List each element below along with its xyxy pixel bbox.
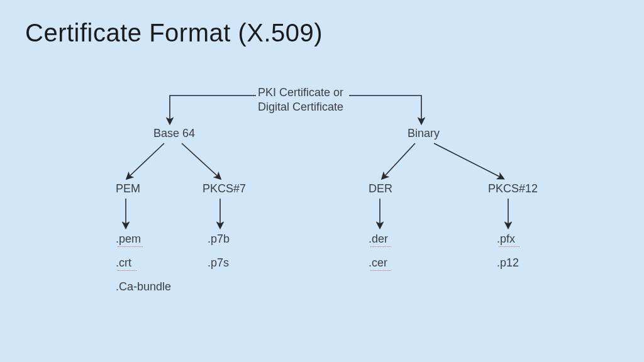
node-root: PKI Certificate or Digital Certificate [258,85,343,114]
node-der: DER [369,182,392,195]
node-pem: PEM [116,182,140,195]
ext-pkcs7-0: .p7b [208,233,230,246]
underline-icon [370,246,391,247]
node-pkcs12: PKCS#12 [488,182,538,195]
ext-pem-0: .pem [116,233,141,246]
node-root-line2: Digital Certificate [258,100,343,114]
underline-icon [499,246,519,247]
ext-pkcs7-1: .p7s [208,256,229,270]
page-title: Certificate Format (X.509) [25,19,323,47]
underline-icon [118,270,136,271]
ext-pkcs12-1: .p12 [497,256,519,270]
ext-der-1: .cer [369,256,387,270]
ext-der-0: .der [369,233,388,246]
ext-pem-2: .Ca-bundle [116,280,171,293]
ext-pem-1: .crt [116,256,131,270]
node-base64: Base 64 [153,127,195,140]
underline-icon [118,246,143,247]
node-binary: Binary [408,127,440,140]
diagram-arrows [0,0,644,362]
node-pkcs7: PKCS#7 [203,182,246,195]
node-root-line1: PKI Certificate or [258,85,343,100]
underline-icon [370,270,391,271]
ext-pkcs12-0: .pfx [497,233,515,246]
